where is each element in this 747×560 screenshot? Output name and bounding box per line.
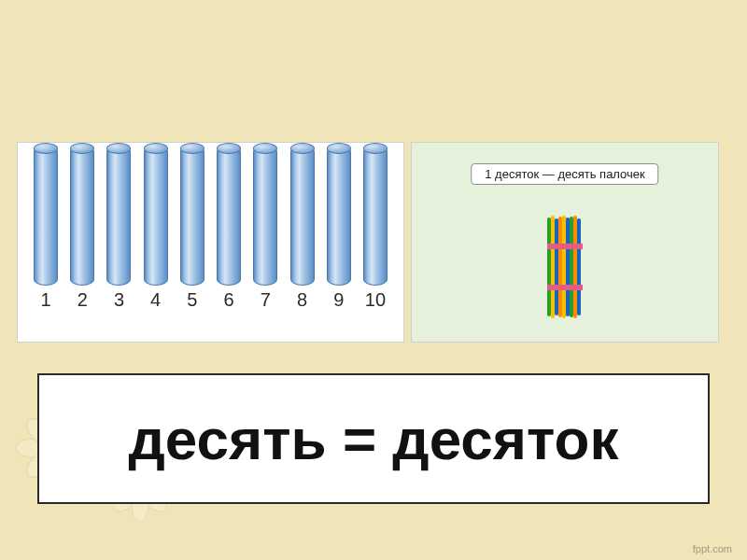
stick-icon xyxy=(106,146,131,286)
svg-rect-27 xyxy=(547,217,551,316)
stick-col: 3 xyxy=(102,146,135,311)
stick-col: 1 xyxy=(29,146,63,311)
stick-label: 3 xyxy=(114,289,124,311)
stick-icon xyxy=(253,146,277,286)
bundle-panel: 1 десяток — десять палочек xyxy=(411,142,719,343)
sticks-row: 1 2 3 4 5 6 7 8 9 10 xyxy=(25,152,396,311)
stick-col: 4 xyxy=(139,146,173,311)
stick-col: 9 xyxy=(322,146,356,311)
stick-label: 7 xyxy=(261,289,271,311)
svg-rect-34 xyxy=(573,216,577,318)
stick-icon xyxy=(290,146,315,286)
stick-icon xyxy=(217,146,241,286)
stick-col: 7 xyxy=(248,146,282,311)
stick-label: 6 xyxy=(224,289,234,311)
stick-bundle-icon xyxy=(547,216,583,318)
stick-icon xyxy=(70,146,94,286)
credit-text: fppt.com xyxy=(693,543,732,554)
ten-sticks-panel: 1 2 3 4 5 6 7 8 9 10 xyxy=(17,142,404,343)
stick-col: 6 xyxy=(212,146,246,311)
svg-rect-35 xyxy=(577,218,581,315)
stick-label: 9 xyxy=(333,289,344,311)
stick-label: 4 xyxy=(150,289,161,311)
stick-icon xyxy=(144,146,168,286)
svg-rect-29 xyxy=(555,218,558,315)
stick-label: 8 xyxy=(297,289,307,311)
stick-col: 2 xyxy=(65,146,99,311)
stick-label: 1 xyxy=(40,289,50,311)
svg-rect-33 xyxy=(570,217,573,317)
stick-icon xyxy=(363,146,388,286)
svg-rect-30 xyxy=(558,217,562,317)
stick-label: 2 xyxy=(78,289,88,311)
svg-rect-36 xyxy=(547,244,583,249)
headline-text: десять = десяток xyxy=(129,406,619,472)
stick-icon xyxy=(180,146,204,286)
stick-label: 5 xyxy=(187,289,197,311)
bundle-caption: 1 десяток — десять палочек xyxy=(471,163,658,185)
svg-rect-32 xyxy=(566,217,570,316)
headline-box: десять = десяток xyxy=(37,373,710,504)
stick-icon xyxy=(327,146,351,286)
stick-col: 5 xyxy=(176,146,209,311)
svg-rect-37 xyxy=(547,285,583,290)
svg-rect-31 xyxy=(562,216,566,318)
svg-rect-28 xyxy=(551,216,555,318)
stick-icon xyxy=(34,146,58,286)
stick-label: 10 xyxy=(365,289,386,311)
stick-col: 8 xyxy=(286,146,319,311)
stick-col: 10 xyxy=(359,146,392,311)
